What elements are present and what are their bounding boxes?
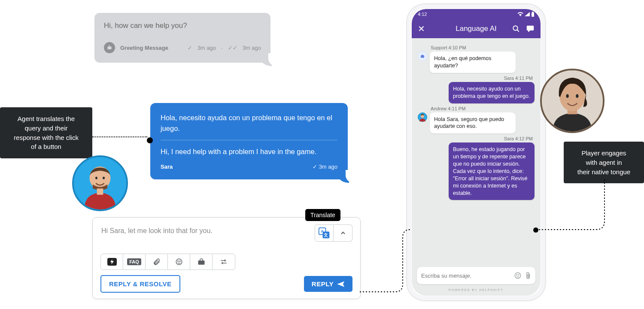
svg-point-2 — [110, 48, 111, 48]
phone-mockup: 4:12 ✕ Language AI Support 4:10 PM Hola,… — [407, 4, 545, 300]
translate-button[interactable]: A 文 — [315, 224, 334, 242]
powered-by: POWERED BY HELPSHIFT — [412, 287, 541, 296]
connector-dot — [533, 227, 538, 233]
agent-message: Hola Sara, seguro que puedo ayudarte con… — [430, 112, 516, 134]
swap-icon — [220, 258, 228, 265]
signal-icon — [525, 12, 530, 16]
greeting-time-b: 3m ago — [243, 45, 261, 51]
svg-point-25 — [423, 56, 424, 57]
svg-point-1 — [108, 48, 109, 48]
reply-button[interactable]: REPLY — [304, 276, 352, 292]
svg-rect-0 — [107, 46, 111, 49]
close-button[interactable]: ✕ — [418, 24, 425, 34]
connector-line — [536, 178, 613, 234]
smile-icon[interactable] — [514, 272, 522, 279]
check-icon: ✓ — [313, 164, 319, 170]
greeting-bubble: Hi, how can we help you? Greeting Messag… — [94, 13, 270, 63]
svg-rect-20 — [532, 12, 534, 12]
svg-point-7 — [95, 177, 97, 179]
svg-rect-9 — [97, 188, 103, 195]
translate-tooltip: Translate — [305, 209, 340, 221]
greeting-time-a: 3m ago — [197, 45, 216, 51]
svg-point-18 — [520, 15, 521, 16]
customer-name: Sara — [161, 164, 173, 170]
paperclip-icon[interactable] — [525, 272, 531, 279]
smile-icon — [175, 258, 183, 266]
clock: 4:12 — [418, 12, 427, 17]
agent-panel: Hi, how can we help you? Greeting Messag… — [0, 0, 412, 309]
chat-body: Support 4:10 PM Hola, ¿en qué podemos ay… — [412, 38, 541, 267]
support-message: Hola, ¿en qué podemos ayudarte? — [430, 52, 516, 73]
phone-compose[interactable] — [417, 267, 535, 284]
svg-point-28 — [515, 273, 521, 279]
agent-avatar — [72, 155, 128, 211]
battery-icon — [531, 12, 535, 17]
greeting-label: Greeting Message — [120, 45, 168, 51]
svg-rect-22 — [527, 26, 534, 30]
phone-input[interactable] — [421, 273, 514, 279]
agent-avatar-small — [418, 112, 427, 122]
svg-rect-23 — [421, 55, 424, 58]
svg-text:文: 文 — [323, 233, 328, 237]
send-icon — [337, 281, 345, 288]
briefcase-icon — [197, 258, 205, 265]
svg-rect-26 — [422, 54, 422, 55]
player-avatar — [540, 69, 605, 133]
bot-avatar-icon — [418, 52, 427, 61]
doublecheck-icon: ✓✓ — [228, 45, 237, 51]
chat-icon[interactable] — [526, 25, 535, 33]
greeting-text: Hi, how can we help you? — [104, 21, 261, 30]
svg-point-14 — [176, 259, 182, 265]
wifi-icon — [517, 12, 523, 16]
check-icon: ✓ — [188, 45, 192, 51]
player-message-long: Bueno, he estado jugando por un tiempo y… — [449, 142, 535, 200]
svg-rect-17 — [198, 261, 204, 265]
faq-button[interactable]: FAQ — [123, 254, 146, 270]
attach-button[interactable] — [146, 254, 168, 270]
bot-icon — [104, 42, 115, 53]
svg-point-34 — [566, 94, 569, 98]
folder-button[interactable] — [190, 254, 213, 270]
bolt-icon — [110, 259, 114, 264]
translate-dropdown[interactable] — [334, 224, 352, 242]
svg-point-16 — [179, 261, 180, 262]
svg-point-29 — [516, 275, 517, 276]
svg-point-4 — [109, 45, 110, 46]
customer-msg-time: 3m ago — [319, 164, 337, 170]
swap-button[interactable] — [213, 254, 235, 270]
compose-toolbar: FAQ — [100, 254, 235, 270]
customer-msg-translated: Hi, I need help with a problem I have in… — [161, 146, 337, 157]
svg-point-24 — [421, 56, 422, 57]
svg-point-8 — [103, 177, 105, 179]
msg-meta: Andrew 4:11 PM — [418, 106, 535, 111]
svg-point-35 — [576, 94, 578, 98]
svg-rect-19 — [532, 12, 534, 17]
msg-meta: Sara 4:12 PM — [418, 136, 535, 141]
annotation-agent: Agent translates the query and their res… — [0, 107, 92, 158]
emoji-button[interactable] — [168, 254, 190, 270]
paperclip-icon — [153, 258, 161, 266]
msg-meta: Sara 4:11 PM — [418, 76, 535, 81]
customer-msg-original: Hola, necesito ayuda con un problema que… — [161, 112, 337, 134]
msg-meta: Support 4:10 PM — [418, 45, 535, 50]
reply-input[interactable] — [100, 224, 310, 237]
svg-point-21 — [513, 26, 518, 30]
annotation-player: Player engages with agent in their nativ… — [564, 142, 644, 183]
quick-action-button[interactable] — [101, 254, 123, 270]
compose-box: Translate A 文 FAQ — [92, 217, 361, 299]
svg-point-15 — [178, 261, 179, 262]
search-icon[interactable] — [512, 25, 520, 33]
connector-dot — [147, 137, 153, 143]
svg-point-30 — [519, 275, 519, 276]
player-message: Hola, necesito ayudo con un problema que… — [449, 82, 535, 103]
connector-line — [92, 136, 147, 137]
reply-resolve-button[interactable]: REPLY & RESOLVE — [100, 275, 180, 293]
app-bar: ✕ Language AI — [412, 19, 541, 38]
chevron-up-icon — [340, 230, 346, 236]
customer-bubble: Hola, necesito ayuda con un problema que… — [150, 103, 348, 179]
status-bar: 4:12 — [412, 9, 541, 19]
